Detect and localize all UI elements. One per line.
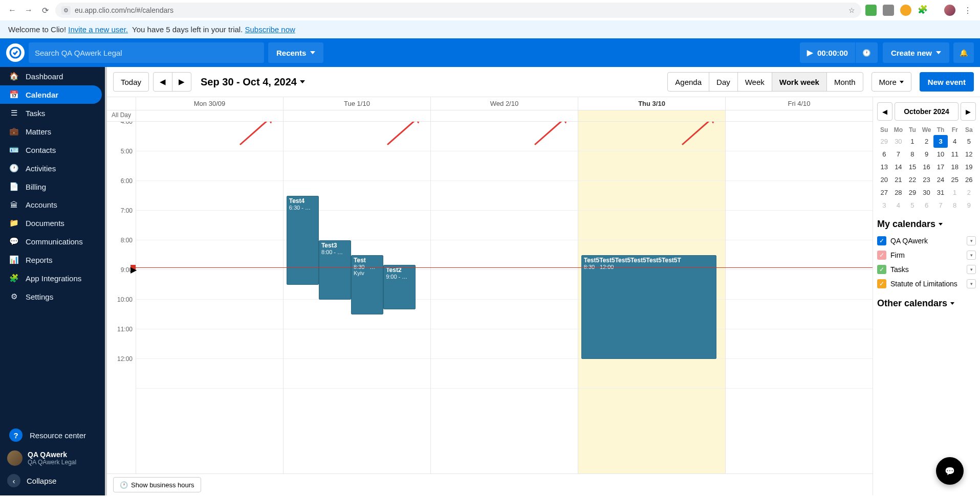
mini-day[interactable]: 9 (920, 148, 934, 161)
sidebar-item-reports[interactable]: 📊Reports (0, 251, 105, 269)
day-header[interactable]: Tue 1/10 (283, 97, 430, 110)
mini-day[interactable]: 15 (905, 161, 920, 173)
url-bar[interactable]: ⚙ eu.app.clio.com/nc/#/calendars ☆ (55, 3, 861, 18)
view-work-week[interactable]: Work week (772, 72, 827, 92)
mini-day[interactable]: 12 (962, 148, 976, 161)
day-header[interactable]: Fri 4/10 (725, 97, 873, 110)
day-column[interactable] (430, 122, 578, 473)
allday-cell[interactable] (283, 110, 430, 121)
mini-day[interactable]: 22 (905, 173, 920, 186)
calendar-event[interactable]: Test46:30 - … (287, 196, 319, 285)
next-button[interactable]: ▶ (172, 72, 191, 92)
mini-day[interactable]: 25 (948, 173, 962, 186)
timer-button[interactable]: ▶ 00:00:00 (800, 42, 855, 63)
mini-day[interactable]: 7 (933, 199, 948, 212)
show-business-hours-button[interactable]: 🕐 Show business hours (113, 477, 201, 492)
extensions-icon[interactable]: 🧩 (918, 5, 929, 16)
calendar-event[interactable]: Test5Test5Test5Test5Test5Test5T8:30 - 12… (581, 255, 716, 359)
mini-day[interactable]: 8 (905, 148, 920, 161)
allday-cell[interactable] (578, 110, 725, 121)
extension-icon[interactable] (865, 5, 877, 16)
view-agenda[interactable]: Agenda (667, 72, 709, 92)
mini-day[interactable]: 27 (877, 186, 891, 199)
calendar-item-menu[interactable]: ▾ (967, 265, 976, 274)
profile-avatar[interactable] (944, 5, 955, 16)
date-range-picker[interactable]: Sep 30 - Oct 4, 2024 (201, 76, 305, 88)
notifications-button[interactable]: 🔔 (953, 42, 974, 63)
calendar-item-menu[interactable]: ▾ (967, 279, 976, 288)
mini-cal-prev[interactable]: ◀ (877, 102, 892, 121)
mini-day[interactable]: 1 (905, 135, 920, 148)
day-header[interactable]: Mon 30/09 (136, 97, 283, 110)
calendar-event[interactable]: Test38:00 - … (319, 240, 351, 300)
calendar-item-menu[interactable]: ▾ (967, 251, 976, 260)
sidebar-item-dashboard[interactable]: 🏠Dashboard (0, 67, 105, 85)
mini-day[interactable]: 19 (962, 161, 976, 173)
extension-icon[interactable] (883, 5, 894, 16)
sidebar-item-tasks[interactable]: ☰Tasks (0, 104, 105, 122)
sidebar-item-calendar[interactable]: 📅Calendar (0, 85, 102, 104)
mini-day[interactable]: 17 (933, 161, 948, 173)
mini-day[interactable]: 29 (905, 186, 920, 199)
mini-day[interactable]: 18 (948, 161, 962, 173)
mini-day[interactable]: 26 (962, 173, 976, 186)
mini-day[interactable]: 20 (877, 173, 891, 186)
sidebar-item-documents[interactable]: 📁Documents (0, 214, 105, 232)
day-column[interactable] (136, 122, 283, 473)
day-column[interactable] (725, 122, 873, 473)
mini-day[interactable]: 6 (920, 199, 934, 212)
subscribe-link[interactable]: Subscribe now (245, 25, 295, 34)
sidebar-item-accounts[interactable]: 🏛Accounts (0, 196, 105, 214)
mini-day[interactable]: 24 (933, 173, 948, 186)
calendar-checkbox[interactable]: ✓ (877, 236, 886, 245)
my-calendars-toggle[interactable]: My calendars (877, 219, 976, 230)
mini-day[interactable]: 28 (891, 186, 906, 199)
allday-cell[interactable] (430, 110, 578, 121)
extension-icon[interactable] (900, 5, 911, 16)
view-month[interactable]: Month (826, 72, 863, 92)
calendar-checkbox[interactable]: ✓ (877, 265, 886, 274)
allday-cell[interactable] (725, 110, 873, 121)
search-input[interactable]: Search QA QAwerk Legal (29, 42, 264, 63)
mini-day[interactable]: 7 (891, 148, 906, 161)
mini-day[interactable]: 30 (920, 186, 934, 199)
mini-day[interactable]: 14 (891, 161, 906, 173)
sidebar-item-billing[interactable]: 📄Billing (0, 177, 105, 196)
collapse-sidebar[interactable]: ‹ Collapse (0, 470, 105, 491)
calendar-checkbox[interactable]: ✓ (877, 279, 886, 288)
mini-day[interactable]: 6 (877, 148, 891, 161)
mini-day[interactable]: 16 (920, 161, 934, 173)
browser-forward-icon[interactable]: → (23, 4, 35, 16)
mini-day[interactable]: 2 (962, 186, 976, 199)
mini-day[interactable]: 5 (905, 199, 920, 212)
mini-day[interactable]: 4 (948, 135, 962, 148)
prev-button[interactable]: ◀ (153, 72, 172, 92)
sidebar-item-matters[interactable]: 💼Matters (0, 122, 105, 141)
view-day[interactable]: Day (709, 72, 738, 92)
user-menu[interactable]: QA QAwerk QA QAwerk Legal (0, 446, 105, 470)
more-button[interactable]: More (872, 72, 911, 92)
mini-day[interactable]: 5 (962, 135, 976, 148)
day-column[interactable]: Test46:30 - …Test38:00 - …Test8:30 - …Ky… (283, 122, 430, 473)
resource-center[interactable]: ? Resource center (0, 424, 105, 446)
mini-day[interactable]: 2 (920, 135, 934, 148)
star-icon[interactable]: ☆ (848, 6, 855, 14)
sidebar-item-activities[interactable]: 🕐Activities (0, 159, 105, 177)
day-column[interactable]: Test5Test5Test5Test5Test5Test5T8:30 - 12… (578, 122, 725, 473)
view-week[interactable]: Week (737, 72, 772, 92)
mini-cal-next[interactable]: ▶ (961, 102, 976, 121)
chat-button[interactable]: 💬 (936, 457, 964, 485)
sidebar-item-contacts[interactable]: 🪪Contacts (0, 141, 105, 159)
mini-day[interactable]: 10 (933, 148, 948, 161)
timer-history-button[interactable]: 🕐 (855, 42, 878, 63)
mini-day[interactable]: 31 (933, 186, 948, 199)
sidebar-item-settings[interactable]: ⚙Settings (0, 287, 105, 306)
calendar-grid[interactable]: 4:005:006:007:008:009:0010:0011:0012:00 … (107, 122, 873, 473)
recents-button[interactable]: Recents (268, 42, 323, 63)
mini-day[interactable]: 21 (891, 173, 906, 186)
kebab-icon[interactable]: ⋮ (962, 4, 974, 16)
calendar-event[interactable]: Test29:00 - … (383, 265, 416, 309)
mini-day[interactable]: 3 (933, 135, 948, 148)
mini-day[interactable]: 8 (948, 199, 962, 212)
mini-day[interactable]: 1 (948, 186, 962, 199)
